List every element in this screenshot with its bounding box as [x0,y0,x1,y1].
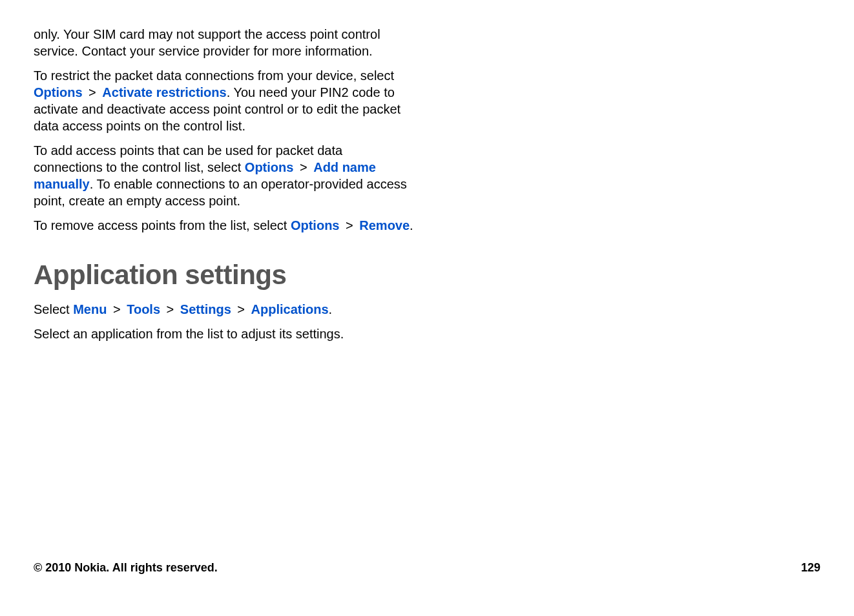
link-activate-restrictions[interactable]: Activate restrictions [102,85,226,99]
breadcrumb-separator: > [167,302,174,316]
breadcrumb-separator: > [89,85,96,99]
link-options[interactable]: Options [291,218,340,232]
breadcrumb-separator: > [113,302,121,316]
text-segment: To restrict the packet data connections … [34,68,394,83]
paragraph-select-application: Select an application from the list to a… [34,325,415,342]
breadcrumb-separator: > [300,160,307,174]
text-segment: . To enable connections to an operator-p… [34,177,407,208]
text-segment: . [410,218,413,232]
text-segment: To remove access points from the list, s… [34,218,291,232]
paragraph-restrict: To restrict the packet data connections … [34,67,415,134]
link-settings[interactable]: Settings [180,302,231,316]
heading-application-settings: Application settings [34,260,415,291]
page-number: 129 [801,561,820,575]
main-content: only. Your SIM card may not support the … [34,26,415,342]
text-segment: To add access points that can be used fo… [34,143,342,174]
breadcrumb-separator: > [237,302,245,316]
paragraph-add-access-points: To add access points that can be used fo… [34,142,415,209]
link-remove[interactable]: Remove [359,218,410,232]
text-segment: Select [34,302,73,316]
link-tools[interactable]: Tools [127,302,160,316]
link-options[interactable]: Options [245,160,294,174]
link-options[interactable]: Options [34,85,83,99]
paragraph-sim-card: only. Your SIM card may not support the … [34,26,415,59]
text-segment: . [329,302,333,316]
breadcrumb-separator: > [346,218,353,232]
page-footer: © 2010 Nokia. All rights reserved. 129 [34,561,820,575]
link-menu[interactable]: Menu [73,302,107,316]
copyright-text: © 2010 Nokia. All rights reserved. [34,561,218,575]
link-applications[interactable]: Applications [251,302,329,316]
paragraph-nav-path: Select Menu > Tools > Settings > Applica… [34,301,415,318]
paragraph-remove-access-points: To remove access points from the list, s… [34,217,415,234]
